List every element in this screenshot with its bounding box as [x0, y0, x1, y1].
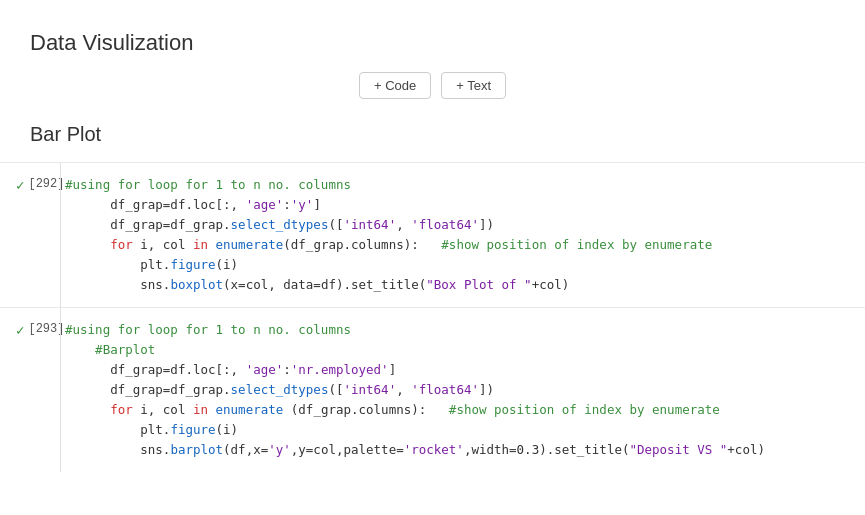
cell-293-check: ✓ — [16, 322, 24, 339]
cell-293-line-4: df_grap=df_grap.select_dtypes(['int64', … — [65, 380, 845, 400]
cell-292-check: ✓ — [16, 177, 24, 194]
page-title: Data Visulization — [0, 20, 865, 72]
cell-293-line-3: df_grap=df.loc[:, 'age':'nr.employed'] — [65, 360, 845, 380]
toolbar: + Code + Text — [0, 72, 865, 99]
cell-292-content[interactable]: #using for loop for 1 to n no. columns d… — [60, 163, 865, 307]
cell-292: ✓ [292] #using for loop for 1 to n no. c… — [0, 162, 865, 307]
cell-293-gutter: ✓ [293] — [0, 308, 60, 351]
cell-292-line-2: df_grap=df.loc[:, 'age':'y'] — [65, 195, 845, 215]
add-text-button[interactable]: + Text — [441, 72, 506, 99]
notebook-container: Data Visulization + Code + Text Bar Plot… — [0, 0, 865, 492]
cell-293-line-6: plt.figure(i) — [65, 420, 845, 440]
cell-292-line-3: df_grap=df_grap.select_dtypes(['int64', … — [65, 215, 845, 235]
cell-292-line-6: sns.boxplot(x=col, data=df).set_title("B… — [65, 275, 845, 295]
add-code-button[interactable]: + Code — [359, 72, 431, 99]
section-heading: Bar Plot — [0, 119, 865, 162]
cell-292-gutter: ✓ [292] — [0, 163, 60, 206]
cell-293-line-5: for i, col in enumerate (df_grap.columns… — [65, 400, 845, 420]
cell-293-line-7: sns.barplot(df,x='y',y=col,palette='rock… — [65, 440, 845, 460]
cell-293-line-1: #using for loop for 1 to n no. columns — [65, 320, 845, 340]
cell-293: ✓ [293] #using for loop for 1 to n no. c… — [0, 307, 865, 472]
cell-292-line-5: plt.figure(i) — [65, 255, 845, 275]
cell-293-line-2: #Barplot — [65, 340, 845, 360]
cell-293-content[interactable]: #using for loop for 1 to n no. columns #… — [60, 308, 865, 472]
cell-292-line-1: #using for loop for 1 to n no. columns — [65, 175, 845, 195]
cell-292-line-4: for i, col in enumerate(df_grap.columns)… — [65, 235, 845, 255]
